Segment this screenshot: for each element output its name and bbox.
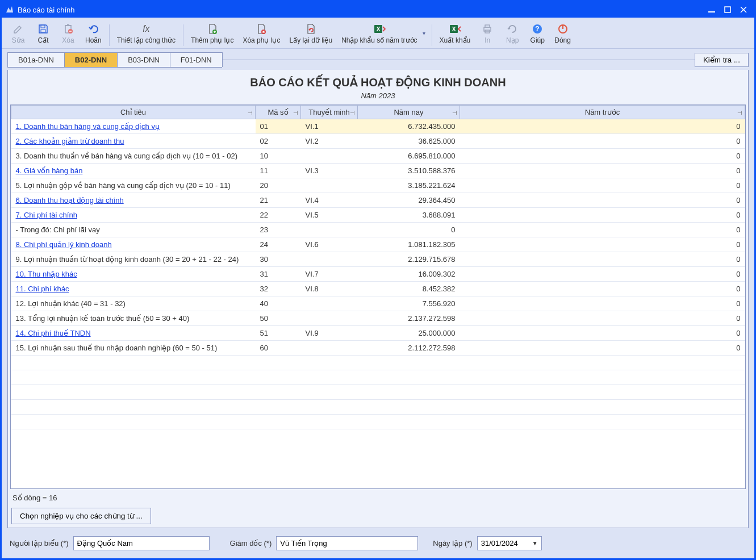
add-appendix-label: Thêm phụ lục <box>191 36 233 44</box>
cell-namtruoc[interactable]: 0 <box>460 178 745 193</box>
col-header-maso[interactable]: Mã số⊣ <box>256 106 301 119</box>
cell-namtruoc[interactable]: 0 <box>460 341 745 356</box>
cell-namnay[interactable]: 3.185.221.624 <box>358 178 460 193</box>
close-button[interactable] <box>738 5 749 15</box>
pin-icon[interactable]: ⊣ <box>452 109 457 115</box>
table-row[interactable]: - Trong đó: Chi phí lãi vay2300 <box>11 223 745 237</box>
cell-chitieu[interactable]: 6. Doanh thu hoạt động tài chính <box>11 193 256 208</box>
cell-chitieu[interactable]: 8. Chi phí quản lý kinh doanh <box>11 237 256 252</box>
cell-namnay[interactable]: 1.081.182.305 <box>358 237 460 252</box>
maximize-button[interactable] <box>722 5 733 15</box>
table-row[interactable]: 8. Chi phí quản lý kinh doanh24VI.61.081… <box>11 237 745 252</box>
refresh-button[interactable]: Nạp <box>500 21 524 46</box>
data-grid[interactable]: Chỉ tiêu⊣ Mã số⊣ Thuyết minh⊣ Năm nay⊣ N… <box>10 105 746 489</box>
director-input[interactable] <box>276 536 418 550</box>
cell-namnay[interactable]: 2.137.272.598 <box>358 311 460 326</box>
table-row[interactable]: 3. Doanh thu thuần về bán hàng và cung c… <box>11 149 745 164</box>
table-row[interactable]: 5. Lợi nhuận gộp về bán hàng và cung cấp… <box>11 178 745 193</box>
cell-namtruoc[interactable]: 0 <box>460 237 745 252</box>
cell-chitieu[interactable]: 1. Doanh thu bán hàng và cung cấp dịch v… <box>11 119 256 134</box>
table-row[interactable]: 15. Lợi nhuận sau thuế thu nhập doanh ng… <box>11 341 745 356</box>
delete-button[interactable]: Xóa <box>56 21 80 46</box>
cell-thuyetminh: VI.1 <box>301 119 358 134</box>
date-label: Ngày lập (*) <box>433 539 472 548</box>
cell-chitieu[interactable]: 14. Chi phí thuế TNDN <box>11 326 256 341</box>
cell-namnay[interactable]: 3.688.091 <box>358 208 460 223</box>
cell-namnay[interactable]: 36.625.000 <box>358 134 460 149</box>
cell-namtruoc[interactable]: 0 <box>460 149 745 164</box>
table-row[interactable]: 6. Doanh thu hoạt động tài chính21VI.429… <box>11 193 745 208</box>
cell-namnay[interactable]: 25.000.000 <box>358 326 460 341</box>
print-button[interactable]: In <box>475 21 499 46</box>
cell-namtruoc[interactable]: 0 <box>460 282 745 296</box>
save-button[interactable]: Cất <box>31 21 55 46</box>
table-row[interactable]: 14. Chi phí thuế TNDN51VI.925.000.0000 <box>11 326 745 341</box>
cell-namnay[interactable]: 2.129.715.678 <box>358 252 460 267</box>
tab-b03-dnn[interactable]: B03-DNN <box>117 52 170 67</box>
edit-button[interactable]: Sửa <box>6 21 30 46</box>
remove-appendix-button[interactable]: Xóa phụ lục <box>239 21 284 46</box>
cell-namtruoc[interactable]: 0 <box>460 311 745 326</box>
cell-namtruoc[interactable]: 0 <box>460 223 745 237</box>
pin-icon[interactable]: ⊣ <box>350 109 355 115</box>
cell-namtruoc[interactable]: 0 <box>460 267 745 282</box>
save-label: Cất <box>38 36 49 44</box>
cell-namtruoc[interactable]: 0 <box>460 193 745 208</box>
cell-namnay[interactable]: 16.009.302 <box>358 267 460 282</box>
check-button[interactable]: Kiểm tra ... <box>695 53 749 67</box>
cell-namtruoc[interactable]: 0 <box>460 119 745 134</box>
table-row[interactable]: 11. Chi phí khác32VI.88.452.3820 <box>11 282 745 296</box>
table-row[interactable]: 9. Lợi nhuận thuần từ hoạt động kinh doa… <box>11 252 745 267</box>
table-row[interactable]: 4. Giá vốn hàng bán11VI.33.510.588.3760 <box>11 164 745 178</box>
preparer-input[interactable] <box>73 536 210 550</box>
cell-namnay[interactable]: 2.112.272.598 <box>358 341 460 356</box>
close-action-button[interactable]: Đóng <box>550 21 575 46</box>
col-header-namnay[interactable]: Năm nay⊣ <box>358 106 460 119</box>
cell-namnay[interactable]: 3.510.588.376 <box>358 164 460 178</box>
import-dropdown-icon[interactable]: ▾ <box>423 30 428 37</box>
cell-namnay[interactable]: 8.452.382 <box>358 282 460 296</box>
table-row[interactable]: 12. Lợi nhuận khác (40 = 31 - 32)407.556… <box>11 296 745 311</box>
reload-data-button[interactable]: Lấy lại dữ liệu <box>285 21 336 46</box>
cell-namtruoc[interactable]: 0 <box>460 296 745 311</box>
cell-namnay[interactable]: 29.364.450 <box>358 193 460 208</box>
cell-namnay[interactable]: 0 <box>358 223 460 237</box>
help-button[interactable]: ? Giúp <box>525 21 549 46</box>
date-input[interactable] <box>478 537 529 550</box>
cell-namnay[interactable]: 6.695.810.000 <box>358 149 460 164</box>
col-header-thuyetminh[interactable]: Thuyết minh⊣ <box>301 106 358 119</box>
cell-chitieu[interactable]: 11. Chi phí khác <box>11 282 256 296</box>
cell-namnay[interactable]: 7.556.920 <box>358 296 460 311</box>
cell-chitieu[interactable]: 4. Giá vốn hàng bán <box>11 164 256 178</box>
cell-namtruoc[interactable]: 0 <box>460 208 745 223</box>
cell-namtruoc[interactable]: 0 <box>460 134 745 149</box>
add-appendix-button[interactable]: Thêm phụ lục <box>187 21 237 46</box>
choose-transaction-button[interactable]: Chọn nghiệp vụ cho các chứng từ ... <box>11 508 151 524</box>
cell-namtruoc[interactable]: 0 <box>460 326 745 341</box>
cell-chitieu[interactable]: 10. Thu nhập khác <box>11 267 256 282</box>
date-dropdown-icon[interactable]: ▼ <box>529 540 541 546</box>
table-row[interactable]: 7. Chi phí tài chính22VI.53.688.0910 <box>11 208 745 223</box>
undo-button[interactable]: Hoãn <box>81 21 106 46</box>
minimize-button[interactable] <box>707 5 717 15</box>
pin-icon[interactable]: ⊣ <box>293 109 298 115</box>
formula-button[interactable]: fx Thiết lập công thức <box>113 21 179 46</box>
table-row[interactable]: 2. Các khoản giảm trừ doanh thu02VI.236.… <box>11 134 745 149</box>
tab-b01a-dnn[interactable]: B01a-DNN <box>7 52 65 67</box>
table-row[interactable]: 10. Thu nhập khác31VI.716.009.3020 <box>11 267 745 282</box>
export-button[interactable]: X Xuất khẩu <box>436 21 475 46</box>
cell-namtruoc[interactable]: 0 <box>460 164 745 178</box>
pin-icon[interactable]: ⊣ <box>737 109 742 115</box>
cell-chitieu[interactable]: 2. Các khoản giảm trừ doanh thu <box>11 134 256 149</box>
tab-f01-dnn[interactable]: F01-DNN <box>170 52 223 67</box>
table-row[interactable]: 13. Tổng lợi nhuận kế toán trước thuế (5… <box>11 311 745 326</box>
tab-b02-dnn[interactable]: B02-DNN <box>64 52 118 67</box>
cell-namtruoc[interactable]: 0 <box>460 252 745 267</box>
cell-chitieu[interactable]: 7. Chi phí tài chính <box>11 208 256 223</box>
import-prev-year-button[interactable]: X Nhập khẩu số năm trước <box>337 21 421 46</box>
col-header-chitieu[interactable]: Chỉ tiêu⊣ <box>11 106 256 119</box>
pin-icon[interactable]: ⊣ <box>248 109 253 115</box>
col-header-namtruoc[interactable]: Năm trước⊣ <box>460 106 745 119</box>
cell-namnay[interactable]: 6.732.435.000 <box>358 119 460 134</box>
table-row[interactable]: 1. Doanh thu bán hàng và cung cấp dịch v… <box>11 119 745 134</box>
